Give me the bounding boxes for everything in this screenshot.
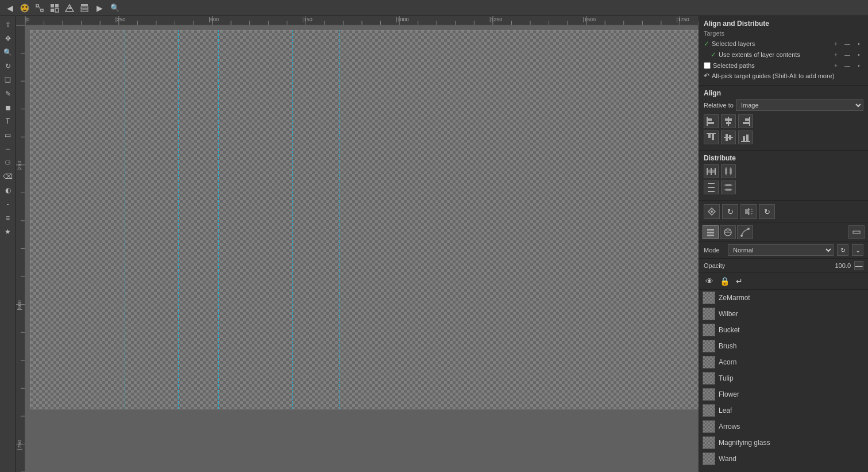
action-reset-btn[interactable]: ↻ [759, 204, 775, 219]
lock-toggle[interactable]: 🔒 [719, 275, 730, 287]
layer-item[interactable]: Leaf [699, 402, 868, 419]
tab-channels[interactable] [720, 225, 736, 239]
layer-name: Wilber [719, 310, 738, 318]
tool-zoom[interactable]: 🔍 [2, 46, 14, 59]
mode-label: Mode [704, 247, 724, 254]
selected-layers-icon3[interactable]: • [854, 39, 863, 48]
use-extents-check: ✓ [711, 51, 716, 59]
node-icon[interactable] [33, 2, 46, 14]
selected-paths-checkbox[interactable] [704, 62, 711, 69]
guide-line [339, 30, 340, 409]
align-right-btn[interactable] [738, 114, 753, 128]
action-flip-btn[interactable] [740, 204, 757, 219]
layer-item[interactable]: Wilber [699, 306, 868, 322]
layer-item[interactable]: Flower [699, 386, 868, 402]
layer-item[interactable]: Brush [699, 338, 868, 354]
mode-reset-btn[interactable]: ↻ [837, 244, 848, 256]
tool-gradient[interactable]: ◐ [2, 184, 14, 197]
layer-tab-extra [848, 225, 865, 239]
tool-text[interactable]: T [2, 115, 14, 128]
align-middle-btn[interactable] [721, 131, 736, 144]
relative-to-dropdown[interactable]: Image Selection Active Layer First Item … [736, 99, 863, 111]
layer-item[interactable]: Wand [699, 451, 868, 467]
distribute-center-h-btn[interactable] [721, 164, 736, 178]
selected-paths-icon1[interactable]: + [831, 61, 840, 70]
tool-crop[interactable]: ❏ [2, 74, 14, 86]
tool-align[interactable]: ≡ [2, 212, 14, 224]
top-toolbar: ◀ ▶ 🔍 [0, 0, 868, 16]
grid-icon[interactable] [48, 2, 61, 14]
selected-layers-icon1[interactable]: + [831, 39, 840, 48]
layer-item[interactable]: Tulip [699, 370, 868, 386]
layer-thumbnail [703, 324, 715, 336]
selected-paths-icon2[interactable]: — [843, 61, 852, 70]
selected-layers-row: ✓ Selected layers + — • [704, 39, 863, 48]
guide-line [292, 30, 293, 409]
tab-extra[interactable] [848, 225, 865, 239]
tool-path[interactable]: ⎼ [2, 143, 14, 155]
mode-extra-btn[interactable]: ⌄ [852, 244, 863, 256]
svg-rect-9 [55, 9, 59, 12]
visibility-toggle[interactable]: 👁 [704, 275, 715, 287]
use-extents-group: ✓ Use extents of layer contents + — • [711, 50, 863, 59]
wilber-icon[interactable] [18, 2, 31, 14]
layer-name: ZeMarmot [719, 294, 750, 302]
use-extents-icon2[interactable]: — [843, 50, 852, 59]
tool-fill[interactable]: ◼ [2, 101, 14, 114]
use-extents-icon3[interactable]: • [854, 50, 863, 59]
action-rotate-btn[interactable]: ↻ [722, 204, 738, 219]
svg-line-5 [38, 6, 41, 10]
use-extents-label[interactable]: Use extents of layer contents [719, 51, 800, 58]
svg-rect-27 [724, 137, 733, 138]
layer-item[interactable]: ZeMarmot [699, 290, 868, 306]
opacity-row: Opacity 100.0 — [699, 259, 868, 273]
layer-item[interactable]: Magnifying glass [699, 435, 868, 451]
right-arrow-icon[interactable]: ▶ [93, 2, 106, 14]
tab-paths[interactable] [737, 225, 753, 239]
tool-pointer[interactable]: ⇧ [2, 18, 14, 31]
nav-left-icon[interactable]: ◀ [3, 2, 16, 14]
svg-rect-43 [708, 187, 715, 188]
distribute-middle-btn[interactable] [721, 181, 736, 194]
right-panel: Align and Distribute Targets ✓ Selected … [699, 16, 868, 472]
distribute-top-btn[interactable] [704, 181, 719, 194]
opacity-minus-btn[interactable]: — [854, 261, 863, 270]
selected-paths-icons: + — • [831, 61, 863, 70]
search-icon[interactable]: 🔍 [110, 3, 119, 12]
layer-item[interactable]: Acorn [699, 354, 868, 370]
layer-item[interactable]: Bucket [699, 322, 868, 338]
align-bottom-btn[interactable] [738, 131, 753, 144]
layer-name: Tulip [719, 374, 734, 382]
canvas-scroll[interactable] [25, 25, 699, 472]
layer-item[interactable]: Arrows [699, 419, 868, 435]
layer-list: ZeMarmotWilberBucketBrushAcornTulipFlowe… [699, 290, 868, 472]
layer-thumbnail [703, 388, 715, 401]
tool-paint[interactable]: ✎ [2, 87, 14, 100]
svg-rect-6 [51, 4, 54, 7]
mountain-icon[interactable] [63, 2, 76, 14]
tab-layers[interactable] [703, 225, 719, 239]
align-center-h-btn[interactable] [721, 114, 736, 128]
layer-thumbnail [703, 308, 715, 320]
tool-rotate[interactable]: ↻ [2, 60, 14, 72]
action-offset-btn[interactable] [704, 204, 720, 219]
selected-layers-icon2[interactable]: — [843, 39, 852, 48]
distribute-left-btn[interactable] [704, 164, 719, 178]
use-extents-icon1[interactable]: + [831, 50, 840, 59]
align-h-buttons [704, 114, 863, 128]
tool-eraser[interactable]: ⌫ [2, 170, 14, 183]
mode-dropdown[interactable]: Normal Dissolve Multiply Screen Overlay [728, 244, 834, 256]
align-left-btn[interactable] [704, 114, 719, 128]
tool-move[interactable]: ✥ [2, 32, 14, 45]
selected-layers-label[interactable]: Selected layers [712, 40, 755, 47]
alt-pick-label: Alt-pick target guides (Shift-Alt to add… [712, 72, 834, 79]
align-top-btn[interactable] [704, 131, 719, 144]
align-title: Align [704, 89, 863, 97]
tool-select[interactable]: ▭ [2, 129, 14, 141]
tool-smudge[interactable]: ★ [2, 225, 14, 238]
layers-icon[interactable] [78, 2, 91, 14]
tool-measure[interactable]: ‐ [2, 198, 14, 210]
selected-paths-icon3[interactable]: • [854, 61, 863, 70]
layer-name: Magnifying glass [719, 439, 770, 447]
tool-clone[interactable]: ⚆ [2, 156, 14, 169]
